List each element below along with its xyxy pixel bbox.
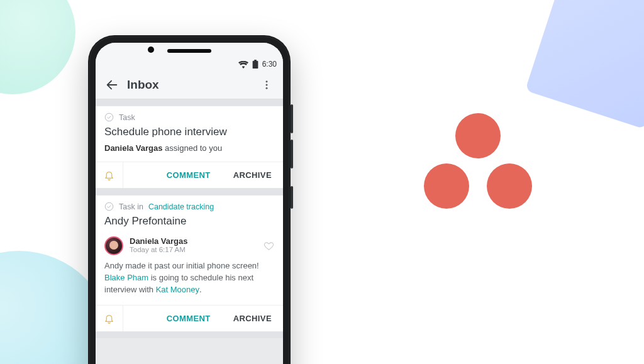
actor-name: Daniela Vargas [104, 143, 163, 153]
like-button[interactable] [264, 241, 274, 251]
inbox-card[interactable]: Task Schedule phone interview Daniela Va… [96, 106, 283, 189]
svg-point-0 [266, 80, 268, 82]
card-title: Schedule phone interview [96, 123, 283, 143]
card-subtitle: Daniela Vargas assigned to you [96, 143, 283, 162]
bell-icon [104, 170, 114, 180]
archive-button[interactable]: ARCHIVE [222, 162, 283, 188]
phone-power-button [291, 186, 293, 209]
svg-point-4 [105, 202, 113, 211]
decorative-blob-top-left [0, 0, 75, 94]
comment-timestamp: Today at 6:17 AM [130, 246, 257, 253]
inbox-feed: Task Schedule phone interview Daniela Va… [96, 99, 283, 338]
mention-link[interactable]: Blake Pham [104, 273, 148, 282]
phone-frame: 6:30 Inbox Task Schedule pho [88, 35, 291, 364]
page-title: Inbox [127, 78, 255, 92]
mention-link[interactable]: Kat Mooney [156, 285, 199, 294]
comment-text: Andy made it past our initial phone scre… [104, 261, 259, 270]
inbox-card[interactable]: Task in Candidate tracking Andy Prefonta… [96, 195, 283, 332]
wifi-icon [238, 61, 248, 69]
status-bar: 6:30 [96, 43, 283, 70]
card-type-label: Task [119, 113, 135, 122]
phone-speaker [167, 49, 211, 53]
battery-icon [252, 60, 258, 69]
card-title: Andy Prefontaine [96, 212, 283, 233]
task-check-icon [104, 113, 114, 122]
status-bar-time: 6:30 [262, 60, 277, 69]
card-type-prefix: Task in [119, 202, 143, 211]
task-check-icon [104, 202, 114, 211]
card-meta: Task [96, 106, 283, 123]
project-link[interactable]: Candidate tracking [148, 202, 214, 211]
back-button[interactable] [101, 74, 123, 96]
heart-icon [264, 241, 274, 251]
decorative-blob-top-right [525, 0, 644, 130]
phone-front-camera [148, 47, 154, 53]
svg-point-2 [266, 87, 268, 89]
card-actions: COMMENT ARCHIVE [96, 305, 283, 331]
phone-screen: 6:30 Inbox Task Schedule pho [96, 43, 283, 364]
phone-volume-up-button [291, 104, 293, 133]
bell-icon [104, 313, 114, 324]
comment-body: Andy made it past our initial phone scre… [96, 258, 283, 305]
notification-bell-button[interactable] [96, 306, 123, 331]
phone-volume-down-button [291, 140, 293, 168]
arrow-left-icon [105, 78, 119, 92]
app-header: Inbox [96, 70, 283, 99]
card-meta: Task in Candidate tracking [96, 196, 283, 212]
svg-point-3 [105, 113, 113, 121]
comment-header: Daniela Vargas Today at 6:17 AM [96, 233, 283, 258]
comment-button[interactable]: COMMENT [155, 162, 222, 188]
overflow-menu-button[interactable] [255, 74, 278, 96]
svg-point-1 [266, 84, 268, 85]
card-actions: COMMENT ARCHIVE [96, 162, 283, 188]
more-vertical-icon [261, 79, 272, 91]
archive-button[interactable]: ARCHIVE [222, 306, 283, 331]
comment-author: Daniela Vargas [130, 236, 257, 246]
comment-text: . [199, 285, 202, 294]
comment-button[interactable]: COMMENT [155, 306, 222, 331]
avatar [104, 236, 123, 255]
action-text: assigned to you [163, 143, 223, 153]
asana-logo [415, 113, 541, 220]
notification-bell-button[interactable] [96, 162, 123, 188]
